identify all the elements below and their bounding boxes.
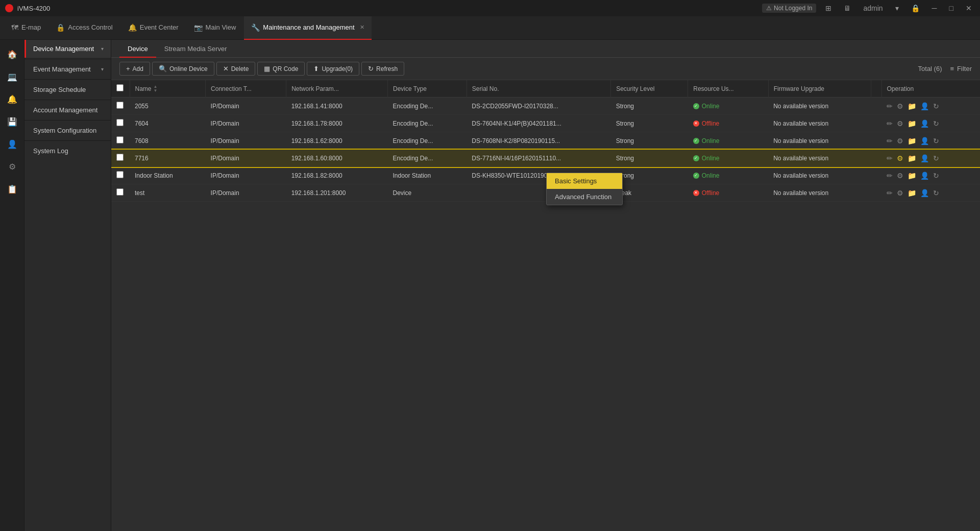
table-row[interactable]: 7716IP/Domain192.168.1.60:8000Encoding D…	[111, 150, 980, 167]
sync-icon[interactable]: ↻	[933, 137, 939, 145]
close-button[interactable]: ✕	[963, 3, 975, 13]
table-row[interactable]: 7604IP/Domain192.168.1.78:8000Encoding D…	[111, 115, 980, 132]
nav-item-device-management[interactable]: Device Management ▾	[24, 40, 111, 58]
user-add-icon[interactable]: 👤	[920, 102, 929, 110]
dropdown-item-basic-settings[interactable]: Basic Settings	[547, 173, 622, 189]
edit-icon[interactable]: ✏	[887, 172, 893, 180]
folder-icon[interactable]: 📁	[908, 154, 916, 162]
row-checkbox[interactable]	[116, 119, 124, 126]
sub-tab-stream-media[interactable]: Stream Media Server	[156, 40, 235, 58]
edit-icon[interactable]: ✏	[887, 137, 893, 145]
th-firmware[interactable]: Firmware Upgrade	[768, 80, 871, 98]
online-device-button[interactable]: 🔍 Online Device	[152, 62, 214, 76]
row-device-type: Encoding De...	[388, 115, 467, 132]
row-serial: DS-7608NI-K2/8P0820190115...	[467, 132, 610, 150]
folder-icon[interactable]: 📁	[908, 119, 916, 128]
grid-icon[interactable]: ⊞	[822, 3, 835, 13]
sidebar-icon-storage[interactable]: 💾	[2, 111, 22, 132]
refresh-button[interactable]: ↻ Refresh	[361, 62, 404, 76]
sidebar-icon-log[interactable]: 📋	[2, 179, 22, 199]
tab-main-view[interactable]: 📷 Main View	[187, 16, 243, 40]
gear-icon[interactable]: ⚙	[897, 189, 903, 197]
lock-icon[interactable]: 🔒	[908, 3, 923, 13]
monitor-icon[interactable]: 🖥	[841, 3, 854, 13]
sidebar-icon-devices[interactable]: 💻	[2, 66, 22, 87]
th-connection[interactable]: Connection T...	[206, 80, 286, 98]
sync-icon[interactable]: ↻	[933, 102, 939, 110]
table-row[interactable]: 7608IP/Domain192.168.1.62:8000Encoding D…	[111, 132, 980, 150]
sync-icon[interactable]: ↻	[933, 154, 939, 162]
tab-maintenance[interactable]: 🔧 Maintenance and Management ✕	[244, 16, 371, 40]
folder-icon[interactable]: 📁	[908, 189, 916, 197]
status-text: Offline	[702, 189, 719, 197]
row-checkbox[interactable]	[116, 136, 124, 143]
tab-access-control[interactable]: 🔒 Access Control	[49, 16, 119, 40]
user-add-icon[interactable]: 👤	[920, 189, 929, 197]
chevron-down-icon[interactable]: ▾	[892, 3, 902, 13]
user-add-icon[interactable]: 👤	[920, 154, 929, 162]
delete-button[interactable]: ✕ Delete	[216, 62, 256, 76]
select-all-checkbox[interactable]	[116, 84, 124, 91]
th-network[interactable]: Network Param...	[286, 80, 388, 98]
filter-button[interactable]: ≡ Filter	[950, 65, 972, 73]
user-add-icon[interactable]: 👤	[920, 172, 929, 180]
table-row[interactable]: testIP/Domain192.168.1.201:8000DeviceWea…	[111, 184, 980, 202]
gear-icon[interactable]: ⚙	[897, 119, 903, 128]
add-button[interactable]: + Add	[119, 62, 150, 76]
th-operation: Operation	[881, 80, 980, 98]
dropdown-item-advanced-function[interactable]: Advanced Function	[547, 189, 622, 205]
tab-emap[interactable]: 🗺 E-map	[4, 16, 48, 40]
row-serial: DS-2CD2055FWD-I20170328...	[467, 98, 610, 115]
gear-icon[interactable]: ⚙	[897, 137, 903, 145]
edit-icon[interactable]: ✏	[887, 119, 893, 128]
event-center-icon: 🔔	[128, 23, 137, 32]
row-checkbox[interactable]	[116, 154, 124, 161]
row-checkbox[interactable]	[116, 102, 124, 109]
sidebar-icon-account[interactable]: 👤	[2, 134, 22, 154]
nav-item-account-management[interactable]: Account Management	[24, 101, 111, 119]
row-device-type: Encoding De...	[388, 98, 467, 115]
th-security[interactable]: Security Level	[611, 80, 688, 98]
folder-icon[interactable]: 📁	[908, 172, 916, 180]
upgrade-button[interactable]: ⬆ Upgrade(0)	[307, 62, 359, 76]
nav-item-system-log[interactable]: System Log	[24, 142, 111, 160]
user-add-icon[interactable]: 👤	[920, 119, 929, 128]
minimize-button[interactable]: ─	[929, 3, 940, 13]
nav-item-storage-schedule[interactable]: Storage Schedule	[24, 81, 111, 99]
gear-icon[interactable]: ⚙	[897, 154, 903, 162]
nav-item-event-management[interactable]: Event Management ▾	[24, 60, 111, 78]
table-row[interactable]: Indoor StationIP/Domain192.168.1.82:8000…	[111, 167, 980, 184]
folder-icon[interactable]: 📁	[908, 102, 916, 110]
sync-icon[interactable]: ↻	[933, 172, 939, 180]
table-row[interactable]: 2055IP/Domain192.168.1.41:8000Encoding D…	[111, 98, 980, 115]
edit-icon[interactable]: ✏	[887, 189, 893, 197]
tab-maintenance-close[interactable]: ✕	[360, 24, 364, 31]
th-name[interactable]: Name ▲▼	[130, 80, 206, 98]
access-control-icon: 🔒	[56, 23, 65, 32]
row-checkbox[interactable]	[116, 171, 124, 178]
sync-icon[interactable]: ↻	[933, 189, 939, 197]
qr-code-button[interactable]: ▦ QR Code	[257, 62, 305, 76]
gear-icon[interactable]: ⚙	[897, 102, 903, 110]
maximize-button[interactable]: □	[946, 3, 957, 13]
row-network: 192.168.1.41:8000	[286, 98, 388, 115]
row-name: 2055	[130, 98, 206, 115]
gear-icon[interactable]: ⚙	[897, 172, 903, 180]
sidebar-icon-config[interactable]: ⚙	[2, 156, 22, 177]
sidebar-icon-events[interactable]: 🔔	[2, 89, 22, 109]
edit-icon[interactable]: ✏	[887, 154, 893, 162]
th-resource[interactable]: Resource Us...	[688, 80, 768, 98]
sub-tab-device[interactable]: Device	[119, 40, 156, 58]
user-add-icon[interactable]: 👤	[920, 137, 929, 145]
status-text: Online	[702, 172, 720, 179]
th-serial[interactable]: Serial No.	[467, 80, 610, 98]
sidebar-icon-home[interactable]: 🏠	[2, 44, 22, 64]
th-device-type[interactable]: Device Type	[388, 80, 467, 98]
sync-icon[interactable]: ↻	[933, 119, 939, 128]
edit-icon[interactable]: ✏	[887, 102, 893, 110]
nav-item-system-configuration[interactable]: System Configuration	[24, 122, 111, 139]
folder-icon[interactable]: 📁	[908, 137, 916, 145]
row-checkbox[interactable]	[116, 188, 124, 196]
tab-event-center[interactable]: 🔔 Event Center	[121, 16, 186, 40]
user-name[interactable]: admin	[860, 3, 886, 13]
